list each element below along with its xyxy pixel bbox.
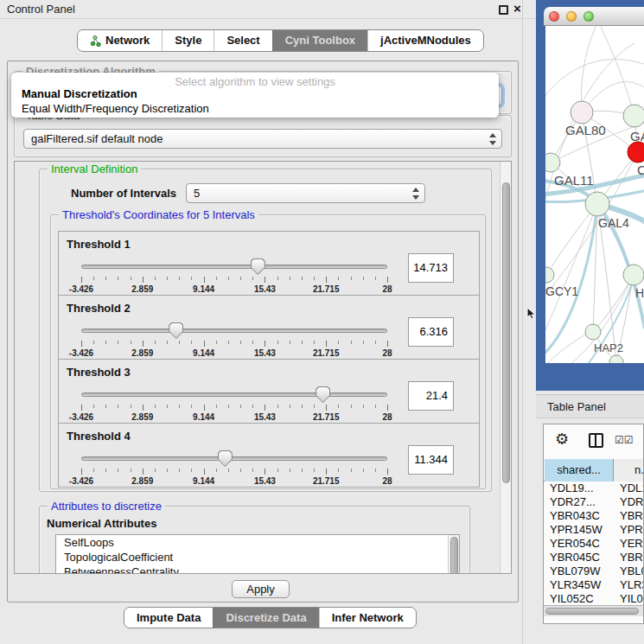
tab-jactivemnodules[interactable]: jActiveMNodules [367,30,483,51]
cell-shared-name[interactable]: YER054C [550,537,600,550]
slider-thumb[interactable] [169,322,183,339]
table-row[interactable]: YDR27...YDR2 [544,495,644,509]
cell-name[interactable]: YBR0 [620,509,644,522]
threshold-1-value-field[interactable]: 14.713 [408,253,454,283]
tick-mark [143,469,143,475]
attributes-list-scrollbar[interactable] [448,535,459,574]
slider-track[interactable] [81,328,387,333]
close-traffic-light-icon[interactable] [549,11,559,22]
table-row[interactable]: YER054CYER0 [544,537,644,551]
columns-icon[interactable] [589,433,603,448]
network-graph[interactable]: GAL80GACGAL11GAL4GCY1HHAP2 [545,26,644,363]
dropdown-hint: Select algorithm to view settings [11,75,499,88]
float-window-icon[interactable] [499,5,508,15]
network-node-ga[interactable] [623,105,644,127]
attribute-list-item[interactable]: SelfLoops [56,535,459,550]
cell-shared-name[interactable]: YIL052C [550,592,594,605]
tick-mark [155,469,156,472]
cell-shared-name[interactable]: YDR27... [550,495,596,508]
threshold-1-slider[interactable]: -3.4262.8599.14415.4321.71528 [73,258,395,294]
gear-icon[interactable]: ⚙ [555,430,569,449]
tab-cyni-toolbox[interactable]: Cyni Toolbox [272,30,367,51]
threshold-3-value-field[interactable]: 21.4 [408,381,454,411]
select-all-checkboxes-icon[interactable]: ☑☑ [615,434,634,446]
cell-name[interactable]: YBR0 [620,551,644,564]
threshold-4-slider[interactable]: -3.4262.8599.14415.4321.71528 [73,450,395,486]
network-node-gcy1[interactable] [545,267,554,283]
number-of-intervals-combobox[interactable]: 5 [186,183,425,203]
cell-shared-name[interactable]: YDL19... [550,481,594,494]
cell-name[interactable]: YDL1 [620,481,644,494]
column-header-name[interactable]: n... [614,459,644,481]
table-row[interactable]: YIL052CYIL0 [544,592,644,606]
slider-thumb[interactable] [218,450,233,467]
network-node-gal80[interactable] [571,101,593,124]
network-node-hap2[interactable] [585,324,601,340]
slider-track[interactable] [81,392,387,397]
cell-name[interactable]: YER0 [620,537,644,550]
cell-name[interactable]: YDR2 [620,495,644,508]
table-row[interactable]: YLR345WYLR3 [544,578,644,592]
table-data-combobox[interactable]: galFiltered.sif default node [23,129,502,149]
tab-discretize-data[interactable]: Discretize Data [213,608,318,628]
interval-definition-group: Interval Definition Number of Intervals … [39,169,492,492]
threshold-3-slider[interactable]: -3.4262.8599.14415.4321.71528 [73,386,395,422]
threshold-4-value-field[interactable]: 11.344 [408,445,454,475]
slider-track[interactable] [81,456,387,461]
tick-mark [204,341,205,347]
close-icon[interactable]: × [513,1,521,16]
threshold-2-value-field[interactable]: 6.316 [408,317,454,347]
table-row[interactable]: YBR045CYBR0 [544,551,644,564]
network-canvas[interactable]: GAL80GACGAL11GAL4GCY1HHAP2 [545,26,644,363]
tab-style[interactable]: Style [162,30,214,51]
cell-shared-name[interactable]: YPR145W [550,523,603,536]
attribute-list-item[interactable]: BetweennessCentrality [56,564,459,574]
cell-shared-name[interactable]: YBL079W [550,564,601,577]
combobox-spinner-icon[interactable] [411,187,419,201]
attributes-list[interactable]: SelfLoopsTopologicalCoefficientBetweenne… [55,534,460,574]
dropdown-option-equal-width[interactable]: Equal Width/Frequency Discretization [22,102,209,115]
column-header-shared-name[interactable]: shared... [545,459,614,481]
slider-ticks [81,405,387,411]
table-data-selected-value: galFiltered.sif default node [31,132,163,145]
network-node-h[interactable] [623,265,644,285]
cell-name[interactable]: YLR3 [620,578,644,591]
cell-shared-name[interactable]: YBR045C [550,551,600,564]
combobox-spinner-icon[interactable] [488,132,496,146]
attribute-list-item[interactable]: TopologicalCoefficient [56,550,459,564]
table-horizontal-scrollbar[interactable] [544,605,643,616]
network-edge[interactable] [545,332,593,363]
network-node-gal4[interactable] [585,192,609,216]
tab-impute-data[interactable]: Impute Data [124,608,213,628]
tick-mark [93,277,94,280]
network-node-c[interactable] [628,142,644,163]
tab-network[interactable]: Network [78,30,162,51]
network-node-gal11[interactable] [545,153,560,172]
tab-select[interactable]: Select [214,30,271,51]
table-row[interactable]: YBR043CYBR0 [544,509,644,523]
cell-name[interactable]: YBL0 [620,564,644,577]
slider-track[interactable] [81,265,387,269]
panel-divider[interactable] [522,0,523,644]
cell-shared-name[interactable]: YBR043C [550,509,600,522]
minimize-traffic-light-icon[interactable] [566,11,577,22]
apply-button[interactable]: Apply [232,580,290,598]
zoom-traffic-light-icon[interactable] [583,11,594,22]
network-edge[interactable] [546,204,597,275]
slider-thumb[interactable] [316,386,330,403]
dropdown-option-manual[interactable]: Manual Discretization [22,87,137,100]
table-row[interactable]: YBL079WYBL0 [544,564,644,578]
settings-scrollbar[interactable] [500,162,512,573]
cell-name[interactable]: YPR1 [620,523,644,536]
cell-name[interactable]: YIL0 [620,592,643,605]
tick-mark [375,469,376,472]
threshold-2-slider[interactable]: -3.4262.8599.14415.4321.71528 [73,322,395,358]
cell-shared-name[interactable]: YLR345W [550,578,601,591]
table-row[interactable]: YDL19...YDL1 [544,481,644,495]
network-window-titlebar[interactable] [544,7,644,26]
tab-infer-network[interactable]: Infer Network [319,608,416,628]
table-row[interactable]: YPR145WYPR1 [544,523,644,537]
tick-label: -3.426 [69,412,93,422]
tick-mark [179,469,180,472]
slider-thumb[interactable] [251,258,265,275]
